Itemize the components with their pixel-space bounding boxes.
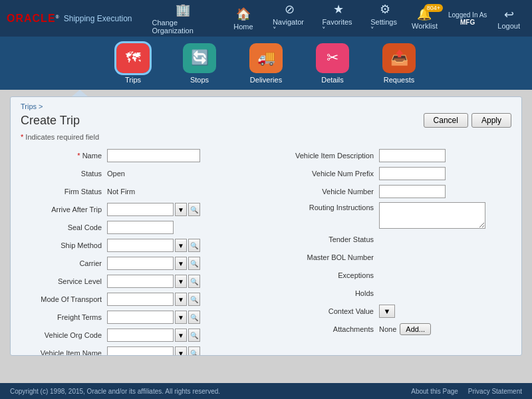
form-row-ship-method: Ship Method ▼ 🔍 xyxy=(21,238,259,253)
nav-change-org[interactable]: 🏢 Change Organization xyxy=(145,0,220,37)
icon-bar-details[interactable]: ✂ Details xyxy=(316,43,349,84)
app-name: Shipping Execution xyxy=(64,14,132,23)
attachments-add-button[interactable]: Add... xyxy=(400,323,431,335)
footer-copyright: Copyright (c) 1998, 2015, Oracle and/or … xyxy=(10,388,220,395)
nav-navigator[interactable]: ⊘ Navigator ˅ xyxy=(266,0,313,37)
carrier-search-btn[interactable]: 🔍 xyxy=(188,257,200,270)
label-name: Name xyxy=(21,152,107,160)
vehicle-item-name-dropdown-btn[interactable]: ▼ xyxy=(175,346,187,356)
input-mode-transport[interactable] xyxy=(107,293,174,306)
worklist-badge-count: 804+ xyxy=(424,4,443,12)
input-seal-code[interactable] xyxy=(107,221,174,234)
form-row-freight-terms: Freight Terms ▼ 🔍 xyxy=(21,310,259,325)
input-vehicle-item-name[interactable] xyxy=(107,346,174,356)
label-vehicle-org: Vehicle Org Code xyxy=(21,331,107,339)
form-row-exceptions: Exceptions xyxy=(273,268,511,283)
carrier-group: ▼ 🔍 xyxy=(107,257,200,270)
stops-icon: 🔄 xyxy=(191,49,209,66)
input-vehicle-item-desc[interactable] xyxy=(379,149,446,162)
privacy-statement-link[interactable]: Privacy Statement xyxy=(468,388,522,395)
nav-navigator-label: Navigator ˅ xyxy=(273,18,306,35)
page-header: Create Trip Cancel Apply xyxy=(11,110,521,133)
form-row-holds: Holds xyxy=(273,286,511,301)
stops-label: Stops xyxy=(190,76,209,84)
label-routing-instructions: Routing Instructions xyxy=(273,202,379,211)
label-vehicle-item-name: Vehicle Item Name xyxy=(21,349,107,356)
form-row-status: Status Open xyxy=(21,166,259,181)
form-left: Name Status Open Firm Status Not Firm Ar… xyxy=(21,148,259,356)
cancel-button[interactable]: Cancel xyxy=(424,113,468,128)
nav-settings[interactable]: ⚙ Settings ˅ xyxy=(364,0,406,37)
input-carrier[interactable] xyxy=(107,257,174,270)
input-vehicle-number[interactable] xyxy=(379,185,446,198)
label-firm-status: Firm Status xyxy=(21,188,107,196)
input-ship-method[interactable] xyxy=(107,239,174,252)
about-page-link[interactable]: About this Page xyxy=(411,388,458,395)
form-row-mode-of-transport: Mode Of Transport ▼ 🔍 xyxy=(21,292,259,307)
logout-icon: ↩ xyxy=(504,7,514,22)
ship-method-search-btn[interactable]: 🔍 xyxy=(188,239,200,252)
logged-in-user: MFG xyxy=(460,19,475,26)
icon-bar: 🗺 Trips 🔄 Stops 🚚 Deliveries ✂ Details 📤… xyxy=(0,37,532,90)
ship-method-dropdown-btn[interactable]: ▼ xyxy=(175,239,187,252)
logged-in-label: Logged In As xyxy=(448,11,487,19)
service-level-search-btn[interactable]: 🔍 xyxy=(188,275,200,288)
stops-icon-box: 🔄 xyxy=(183,43,216,73)
deliveries-icon-box: 🚚 xyxy=(249,43,283,73)
service-level-group: ▼ 🔍 xyxy=(107,275,200,288)
input-vehicle-org[interactable] xyxy=(107,329,174,342)
arrive-after-search-btn[interactable]: 🔍 xyxy=(188,203,200,216)
icon-bar-deliveries[interactable]: 🚚 Deliveries xyxy=(249,43,283,84)
requests-label: Requests xyxy=(384,76,414,84)
freight-terms-search-btn[interactable]: 🔍 xyxy=(188,311,200,324)
breadcrumb-separator: > xyxy=(39,102,43,110)
mode-transport-search-btn[interactable]: 🔍 xyxy=(188,293,200,306)
vehicle-org-search-btn[interactable]: 🔍 xyxy=(188,329,200,342)
icon-bar-stops[interactable]: 🔄 Stops xyxy=(183,43,216,84)
freight-terms-dropdown-btn[interactable]: ▼ xyxy=(175,311,187,324)
label-vehicle-item-desc: Vehicle Item Description xyxy=(273,152,379,160)
icon-bar-trips[interactable]: 🗺 Trips xyxy=(116,43,150,84)
input-freight-terms[interactable] xyxy=(107,311,174,324)
label-arrive-after: Arrive After Trip xyxy=(21,205,107,213)
deliveries-icon: 🚚 xyxy=(257,49,275,66)
label-attachments: Attachments xyxy=(273,325,379,333)
input-service-level[interactable] xyxy=(107,275,174,288)
vehicle-item-name-search-btn[interactable]: 🔍 xyxy=(188,346,200,356)
label-master-bol: Master BOL Number xyxy=(273,253,379,261)
nav-favorites[interactable]: ★ Favorites ˅ xyxy=(315,0,361,37)
arrive-after-dropdown-btn[interactable]: ▼ xyxy=(175,203,187,216)
arrive-after-group: ▼ 🔍 xyxy=(107,203,200,216)
navigator-icon: ⊘ xyxy=(285,2,295,17)
label-carrier: Carrier xyxy=(21,259,107,267)
main-content: Trips > Create Trip Cancel Apply * Indic… xyxy=(10,96,522,356)
label-freight-terms: Freight Terms xyxy=(21,313,107,321)
value-status: Open xyxy=(107,170,125,178)
nav-home[interactable]: 🏠 Home xyxy=(223,4,263,33)
top-navigation: ORACLE® Shipping Execution 🏢 Change Orga… xyxy=(0,0,532,37)
icon-bar-requests[interactable]: 📤 Requests xyxy=(382,43,416,84)
apply-button[interactable]: Apply xyxy=(471,113,511,128)
vehicle-item-name-group: ▼ 🔍 xyxy=(107,346,200,356)
form-row-firm-status: Firm Status Not Firm xyxy=(21,184,259,199)
input-name[interactable] xyxy=(107,149,200,162)
worklist-button[interactable]: 🔔 804+ Worklist xyxy=(406,4,443,33)
breadcrumb-trips-link[interactable]: Trips xyxy=(21,102,37,110)
form-row-vehicle-item-desc: Vehicle Item Description xyxy=(273,148,511,163)
nav-favorites-label: Favorites ˅ xyxy=(322,18,354,35)
input-routing-instructions[interactable] xyxy=(379,202,485,229)
details-icon: ✂ xyxy=(327,49,338,66)
vehicle-org-dropdown-btn[interactable]: ▼ xyxy=(175,329,187,342)
input-arrive-after[interactable] xyxy=(107,203,174,216)
nav-items: 🏢 Change Organization 🏠 Home ⊘ Navigator… xyxy=(145,0,406,37)
form-row-tender-status: Tender Status xyxy=(273,232,511,247)
input-vehicle-num-prefix[interactable] xyxy=(379,167,446,180)
service-level-dropdown-btn[interactable]: ▼ xyxy=(175,275,187,288)
details-label: Details xyxy=(321,76,344,84)
logout-button[interactable]: ↩ Logout xyxy=(492,5,525,33)
chevron-up-indicator xyxy=(72,90,88,96)
footer: Copyright (c) 1998, 2015, Oracle and/or … xyxy=(0,383,532,399)
mode-transport-dropdown-btn[interactable]: ▼ xyxy=(175,293,187,306)
carrier-dropdown-btn[interactable]: ▼ xyxy=(175,257,187,270)
context-value-dropdown[interactable]: ▼ xyxy=(379,305,395,318)
